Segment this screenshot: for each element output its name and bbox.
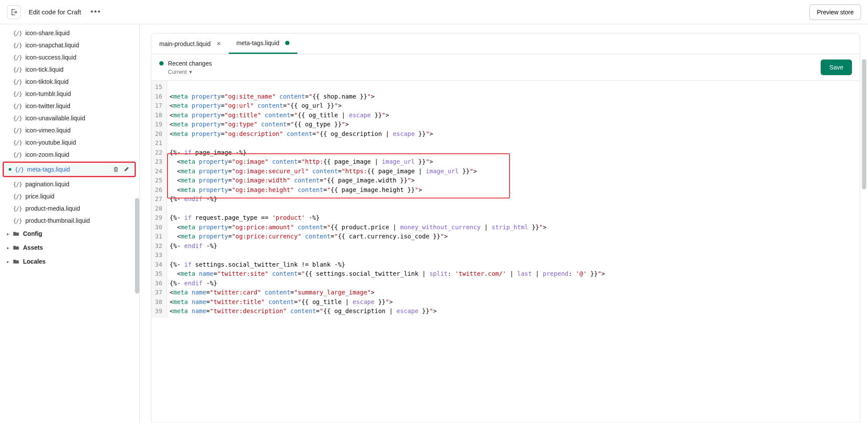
code-line[interactable]: <meta name="twitter:description" content… <box>167 307 860 316</box>
file-item[interactable]: {/} icon-tiktok.liquid <box>3 76 136 88</box>
file-item[interactable]: {/} icon-zoom.liquid <box>3 149 136 161</box>
code-line[interactable]: <meta property="og:price:amount" content… <box>167 223 860 232</box>
liquid-file-icon: {/} <box>13 103 22 109</box>
close-icon[interactable]: × <box>217 40 220 48</box>
code-line[interactable]: <meta name="twitter:site" content="{{ se… <box>167 269 860 279</box>
line-number: 37 <box>155 288 162 297</box>
tab-label: main-product.liquid <box>159 40 210 47</box>
line-number: 22 <box>155 148 162 158</box>
delete-icon[interactable] <box>112 166 119 173</box>
code-line[interactable]: <meta property="og:description" content=… <box>167 129 860 139</box>
file-name-label: icon-vimeo.liquid <box>25 127 132 134</box>
file-name-label: icon-tumblr.liquid <box>25 90 132 97</box>
liquid-file-icon: {/} <box>13 66 22 73</box>
folder-name-label: Assets <box>23 244 43 251</box>
sidebar-scrollbar[interactable] <box>135 24 139 423</box>
exit-button[interactable] <box>7 5 21 19</box>
editor-tab[interactable]: main-product.liquid× <box>151 33 229 54</box>
editor-tab[interactable]: meta-tags.liquid <box>229 33 298 54</box>
changes-version-label: Current <box>168 69 187 75</box>
code-line[interactable]: <meta property="og:type" content="{{ og_… <box>167 120 860 129</box>
editor-area: main-product.liquid×meta-tags.liquid Rec… <box>140 24 868 423</box>
changes-version-dropdown[interactable]: Current ▾ <box>168 69 212 75</box>
code-line[interactable] <box>167 139 860 148</box>
code-line[interactable]: <meta property="og:image:secure_url" con… <box>167 167 860 176</box>
line-number: 32 <box>155 241 162 251</box>
caret-right-icon: ▸ <box>7 259 9 264</box>
file-item[interactable]: {/} icon-tick.liquid <box>3 63 136 76</box>
file-item[interactable]: {/} icon-tumblr.liquid <box>3 88 136 100</box>
file-name-label: icon-tick.liquid <box>25 66 132 73</box>
save-button[interactable]: Save <box>821 59 852 75</box>
code-line[interactable]: <meta name="twitter:card" content="summa… <box>167 288 860 297</box>
code-line[interactable]: {%- endif -%} <box>167 279 860 288</box>
code-editor[interactable]: 1516171819202122232425262728293031323334… <box>151 81 860 423</box>
code-line[interactable]: <meta property="og:image:height" content… <box>167 185 860 195</box>
file-item[interactable]: {/} icon-snapchat.liquid <box>3 39 136 51</box>
sidebar-scrollbar-thumb[interactable] <box>135 198 139 294</box>
modified-dot-icon <box>9 168 11 171</box>
code-line[interactable] <box>167 83 860 92</box>
preview-store-button[interactable]: Preview store <box>809 4 861 20</box>
file-item[interactable]: {/} pagination.liquid <box>3 178 136 190</box>
folder-name-label: Config <box>23 230 42 237</box>
code-line[interactable]: <meta property="og:title" content="{{ og… <box>167 111 860 120</box>
code-line[interactable]: {%- endif -%} <box>167 241 860 251</box>
code-content[interactable]: <meta property="og:site_name" content="{… <box>167 81 860 318</box>
folder-item[interactable]: ▸ Config <box>3 227 136 241</box>
code-line[interactable]: {%- if request.page_type == 'product' -%… <box>167 213 860 223</box>
file-name-label: product-thumbnail.liquid <box>25 217 132 224</box>
caret-right-icon: ▸ <box>7 245 9 250</box>
exit-icon <box>10 8 18 16</box>
liquid-file-icon: {/} <box>13 181 22 188</box>
file-sidebar[interactable]: {/} icon-share.liquid {/} icon-snapchat.… <box>0 24 140 423</box>
code-line[interactable]: <meta property="og:image" content="http:… <box>167 157 860 167</box>
edit-icon[interactable] <box>123 166 130 173</box>
file-item[interactable]: {/} product-media.liquid <box>3 202 136 215</box>
file-item[interactable]: {/} icon-unavailable.liquid <box>3 112 136 124</box>
file-name-label: icon-youtube.liquid <box>25 139 132 146</box>
line-number: 27 <box>155 195 162 204</box>
file-name-label: pagination.liquid <box>25 181 132 188</box>
line-number: 26 <box>155 185 162 195</box>
caret-down-icon: ▾ <box>189 69 192 75</box>
more-button[interactable]: ••• <box>89 5 103 19</box>
file-item[interactable]: {/} icon-share.liquid <box>3 27 136 39</box>
liquid-file-icon: {/} <box>13 139 22 146</box>
file-item[interactable]: {/} icon-youtube.liquid <box>3 136 136 149</box>
file-item[interactable]: {/} icon-vimeo.liquid <box>3 124 136 136</box>
editor-scrollbar-thumb[interactable] <box>862 59 866 189</box>
line-gutter: 1516171819202122232425262728293031323334… <box>151 81 167 318</box>
code-line[interactable]: {%- if page_image -%} <box>167 148 860 158</box>
folder-icon <box>13 258 20 265</box>
line-number: 21 <box>155 139 162 148</box>
line-number: 38 <box>155 297 162 307</box>
code-line[interactable]: {%- endif -%} <box>167 195 860 204</box>
more-icon: ••• <box>90 7 101 17</box>
modified-dot-icon <box>285 41 289 45</box>
file-name-label: price.liquid <box>25 193 132 200</box>
file-item[interactable]: {/} meta-tags.liquid <box>4 163 134 175</box>
code-line[interactable] <box>167 204 860 214</box>
file-name-label: icon-unavailable.liquid <box>25 115 132 122</box>
folder-item[interactable]: ▸ Locales <box>3 254 136 268</box>
liquid-file-icon: {/} <box>13 127 22 134</box>
file-item[interactable]: {/} icon-success.liquid <box>3 51 136 63</box>
line-number: 28 <box>155 204 162 214</box>
file-item[interactable]: {/} icon-twitter.liquid <box>3 100 136 112</box>
code-line[interactable]: <meta property="og:price:currency" conte… <box>167 232 860 241</box>
code-line[interactable]: <meta property="og:site_name" content="{… <box>167 92 860 102</box>
code-line[interactable] <box>167 251 860 260</box>
file-item[interactable]: {/} price.liquid <box>3 190 136 202</box>
code-line[interactable]: <meta name="twitter:title" content="{{ o… <box>167 297 860 307</box>
code-line[interactable]: {%- if settings.social_twitter_link != b… <box>167 260 860 270</box>
code-line[interactable]: <meta property="og:url" content="{{ og_u… <box>167 101 860 111</box>
file-name-label: icon-success.liquid <box>25 54 132 61</box>
editor-scrollbar[interactable] <box>862 59 866 419</box>
code-line[interactable]: <meta property="og:image:width" content=… <box>167 176 860 185</box>
line-number: 33 <box>155 251 162 260</box>
folder-icon <box>13 230 20 237</box>
topbar-left: Edit code for Craft ••• <box>7 5 103 19</box>
file-item[interactable]: {/} product-thumbnail.liquid <box>3 215 136 227</box>
folder-item[interactable]: ▸ Assets <box>3 241 136 254</box>
